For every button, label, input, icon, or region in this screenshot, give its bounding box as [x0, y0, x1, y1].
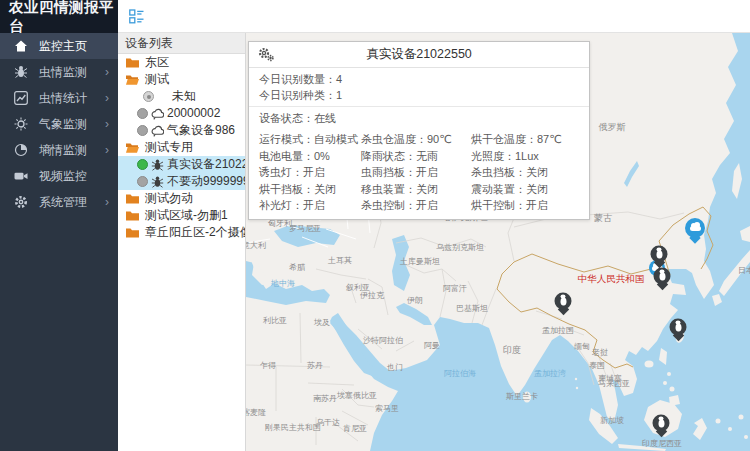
tree-folder[interactable]: 测试勿动 — [118, 190, 245, 207]
map-label-country: 利比亚 — [263, 315, 287, 326]
insect-device-marker[interactable] — [653, 415, 670, 432]
insect-device-marker[interactable] — [555, 293, 572, 310]
grid-cell: 杀虫仓温度：90℃ — [361, 131, 471, 148]
map-label-country: 马来西亚 — [598, 378, 630, 389]
map-label-country: 乌干达 — [316, 417, 340, 428]
marker-tail — [656, 279, 667, 290]
popup-title: 真实设备21022550 — [366, 46, 472, 63]
map-label-country: 阿曼 — [424, 340, 440, 351]
map-label-country: 土耳其 — [328, 255, 352, 266]
folder-closed-icon — [126, 57, 139, 68]
app-window: 农业四情测报平台 监控主页 — [0, 0, 750, 451]
chevron-right-icon — [105, 66, 109, 78]
sun-icon — [14, 117, 28, 131]
grid-cell: 电池电量：0% — [259, 148, 361, 165]
video-camera-icon — [14, 169, 28, 183]
tree-device[interactable]: 气象设备986 — [118, 122, 245, 139]
marker-tail — [655, 426, 666, 437]
chevron-right-icon — [105, 118, 109, 130]
tree-folder[interactable]: 测试专用 — [118, 139, 245, 156]
insect-device-marker[interactable] — [651, 246, 668, 263]
grid-cell: 降雨状态：无雨 — [361, 148, 471, 165]
stat-species: 今日识别种类：1 — [259, 87, 589, 103]
chevron-right-icon — [105, 144, 109, 156]
map-label-country: 埃及 — [314, 317, 330, 328]
grid-cell: 杀虫挡板：关闭 — [471, 164, 589, 181]
map-label-country: 印度 — [503, 344, 521, 357]
bug-icon — [675, 323, 681, 331]
settings-cogs-icon[interactable] — [258, 47, 274, 62]
tree-device-selected[interactable]: 不要动99999999 — [118, 173, 245, 190]
bug-icon — [14, 65, 28, 79]
map-label-country: 沙特阿拉伯 — [363, 335, 403, 346]
map-label-country: 阿富汗 — [443, 283, 467, 294]
map-label-country: 意大利 — [246, 240, 266, 251]
top-header — [118, 0, 750, 33]
sidebar-item-weather-monitor[interactable]: 气象监测 — [0, 111, 118, 137]
map-label-country: 斯里兰卡 — [506, 391, 538, 402]
map-label-country: 希腊 — [289, 262, 305, 273]
marker-tail — [689, 232, 700, 243]
folder-closed-icon — [126, 193, 139, 204]
popup-detail-grid: 运行模式：自动模式 杀虫仓温度：90℃ 烘干仓温度：87℃ 电池电量：0% 降雨… — [249, 129, 589, 219]
grid-cell: 烘干挡板：关闭 — [259, 181, 361, 198]
bug-icon — [560, 297, 566, 305]
marker-tail — [557, 304, 568, 315]
sidebar-item-soil-monitor[interactable]: 墒情监测 — [0, 137, 118, 163]
tree-device-selected[interactable]: 真实设备21022550 — [118, 156, 245, 173]
tree-folder[interactable]: 章丘阳丘区-2个摄像头 — [118, 224, 245, 241]
grid-cell: 运行模式：自动模式 — [259, 131, 361, 148]
map-label-country: 埃塞俄比亚 — [337, 390, 377, 401]
map-label-country: 老挝 — [592, 347, 608, 358]
insect-device-icon — [151, 176, 164, 188]
sidebar-nav: 监控主页 虫情监测 虫情统计 — [0, 33, 118, 451]
map-label-water: 孟加拉湾 — [534, 368, 566, 379]
tree-device[interactable]: 未知 — [118, 88, 245, 105]
tree-folder[interactable]: 东区 — [118, 54, 245, 71]
globe-icon — [14, 143, 28, 157]
bug-icon — [656, 250, 662, 258]
sidebar-item-insect-monitor[interactable]: 虫情监测 — [0, 59, 118, 85]
weather-device-icon — [151, 108, 164, 120]
map-label-country: 乌兹别克斯坦 — [436, 242, 484, 253]
sidebar-item-system-settings[interactable]: 系统管理 — [0, 189, 118, 215]
popup-daily-stats: 今日识别数量：4 今日识别种类：1 — [249, 68, 589, 107]
insect-device-marker[interactable] — [654, 268, 671, 285]
map-label-country: 喀麦隆 — [246, 407, 266, 418]
weather-device-marker[interactable] — [685, 218, 705, 238]
device-list-title: 设备列表 — [118, 33, 245, 54]
insect-device-icon — [151, 159, 164, 171]
map-label-country: 肯尼亚 — [343, 423, 367, 434]
tree-folder[interactable]: 测试 — [118, 71, 245, 88]
map[interactable]: 俄罗斯蒙古哈萨克斯坦中华人民共和国乌兹别克斯坦土库曼斯坦阿富汗巴基斯坦伊朗伊拉克… — [246, 33, 750, 451]
grid-cell: 移虫装置：关闭 — [361, 181, 471, 198]
map-label-country: 缅甸 — [574, 341, 590, 352]
grid-cell: 烘干仓温度：87℃ — [471, 131, 589, 148]
folder-open-icon — [126, 142, 139, 153]
top-bar: 农业四情测报平台 — [0, 0, 750, 33]
map-label-country: 也门 — [387, 362, 403, 373]
insect-device-marker[interactable] — [670, 319, 687, 336]
sidebar-item-monitor-home[interactable]: 监控主页 — [0, 33, 118, 59]
org-list-icon[interactable] — [129, 9, 144, 24]
grid-cell: 烘干控制：开启 — [471, 197, 589, 214]
weather-device-icon — [151, 125, 164, 137]
device-status: 设备状态：在线 — [259, 110, 589, 126]
bug-icon — [658, 419, 664, 427]
tree-folder[interactable]: 测试区域-勿删1 — [118, 207, 245, 224]
chart-icon — [14, 91, 28, 105]
map-label-country: 日本 — [738, 265, 750, 276]
tree-device[interactable]: 20000002 — [118, 105, 245, 122]
grid-cell: 虫雨挡板：开启 — [361, 164, 471, 181]
sidebar-item-video-monitor[interactable]: 视频监控 — [0, 163, 118, 189]
bug-icon — [659, 272, 665, 280]
grid-cell: 诱虫灯：开启 — [259, 164, 361, 181]
gear-icon — [14, 195, 28, 209]
sidebar-item-insect-stats[interactable]: 虫情统计 — [0, 85, 118, 111]
status-dot-offline — [137, 176, 148, 187]
unknown-device-icon — [143, 91, 154, 102]
grid-cell: 杀虫控制：开启 — [361, 197, 471, 214]
map-label-country: 印度尼西亚 — [642, 438, 682, 449]
map-label-country: 巴基斯坦 — [456, 303, 488, 314]
grid-cell: 震动装置：关闭 — [471, 181, 589, 198]
